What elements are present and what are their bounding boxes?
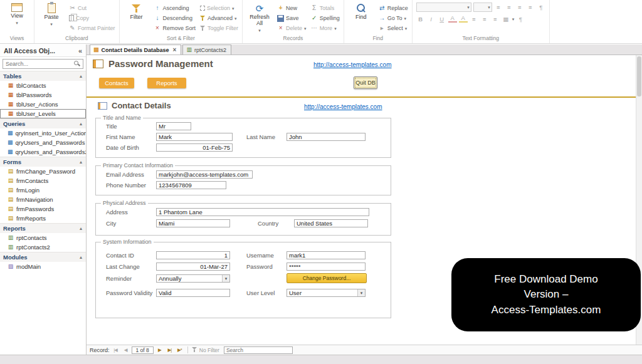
sidebar-section-tables[interactable]: Tables ▴: [0, 71, 86, 81]
scrollbar-thumb[interactable]: [637, 56, 641, 96]
close-icon[interactable]: ×: [173, 47, 177, 53]
first-name-field[interactable]: [156, 133, 233, 141]
format-painter-button[interactable]: ✎ Format Painter: [69, 24, 115, 33]
copy-button[interactable]: Copy: [69, 14, 115, 23]
numbered-list-icon[interactable]: ≡: [505, 3, 513, 11]
advanced-filter-button[interactable]: Advanced ▾: [200, 14, 238, 23]
sidebar-item-qryInsert_into_User_Actions[interactable]: ▩ qryInsert_into_User_Actions: [0, 128, 86, 138]
replace-button[interactable]: ⇄ Replace: [379, 4, 408, 13]
change-password-button[interactable]: Change Password...: [287, 273, 367, 283]
date-of-birth-field[interactable]: [156, 143, 233, 152]
align-left-icon[interactable]: ≡: [470, 14, 478, 23]
sidebar-item-tblUser_Levels[interactable]: ▦ tblUser_Levels: [0, 109, 86, 118]
remove-sort-button[interactable]: × Remove Sort: [154, 24, 196, 33]
go-to-button[interactable]: → Go To ▾: [379, 14, 408, 23]
chevron-down-icon[interactable]: ▾: [222, 275, 229, 282]
quit-db-button[interactable]: Quit DB: [354, 76, 377, 89]
sidebar-item-modMain[interactable]: ▨ modMain: [0, 262, 86, 271]
email-field[interactable]: [156, 170, 253, 179]
select-button[interactable]: ▸ Select ▾: [379, 24, 408, 33]
sidebar-item-rptContacts[interactable]: ▥ rptContacts: [0, 233, 86, 242]
font-color-icon[interactable]: A: [448, 15, 457, 23]
address-field[interactable]: [156, 208, 369, 216]
sidebar-item-qryUsers_and_Passwords2[interactable]: ▩ qryUsers_and_Passwords2: [0, 147, 86, 157]
sidebar-section-modules[interactable]: Modules ▴: [0, 252, 86, 262]
collapse-pane-icon[interactable]: «: [78, 47, 82, 55]
chevron-down-icon[interactable]: ▾: [357, 289, 365, 296]
totals-button[interactable]: Σ Totals: [311, 4, 340, 13]
navigation-pane-header[interactable]: All Access Obj... «: [0, 44, 86, 57]
reminder-select[interactable]: Annually ▾: [156, 274, 230, 283]
header-website-link[interactable]: http://access-templates.com: [313, 61, 392, 68]
phone-field[interactable]: [156, 181, 226, 189]
last-name-field[interactable]: [287, 133, 366, 141]
sidebar-item-tblPasswords[interactable]: ▦ tblPasswords: [0, 90, 86, 100]
bullet-list-icon[interactable]: ≡: [494, 3, 503, 11]
ascending-button[interactable]: ↑ Ascending: [154, 4, 196, 13]
descending-button[interactable]: ↓ Descending: [154, 14, 196, 23]
increase-indent-icon[interactable]: ≡: [526, 3, 535, 11]
previous-record-button[interactable]: ◀: [122, 346, 130, 354]
sidebar-item-frmNavigation[interactable]: ▤ frmNavigation: [0, 195, 86, 204]
sidebar-section-queries[interactable]: Queries ▴: [0, 118, 86, 128]
font-size-combobox[interactable]: ▾: [473, 3, 492, 12]
first-record-button[interactable]: |◀: [112, 346, 120, 354]
selection-button[interactable]: Selection ▾: [200, 4, 238, 13]
last-record-button[interactable]: ▶|: [166, 346, 174, 354]
text-direction-icon[interactable]: ¶: [537, 3, 545, 11]
sidebar-item-tblContacts[interactable]: ▦ tblContacts: [0, 81, 86, 90]
no-filter-toggle[interactable]: No Filter: [192, 347, 219, 353]
align-center-icon[interactable]: ≡: [480, 14, 489, 23]
italic-icon[interactable]: I: [427, 14, 436, 23]
navigation-search-input[interactable]: [6, 61, 68, 67]
align-right-icon[interactable]: ≡: [491, 14, 500, 23]
sidebar-item-rptContacts2[interactable]: ▥ rptContacts2: [0, 242, 86, 252]
reports-button[interactable]: Reports: [147, 78, 186, 88]
sidebar-item-frmReports[interactable]: ▤ frmReports: [0, 214, 86, 223]
details-website-link[interactable]: http://access-templates.com: [304, 103, 382, 110]
paste-button[interactable]: Paste ▾: [38, 1, 65, 26]
underline-icon[interactable]: U: [438, 14, 446, 23]
spelling-button[interactable]: ✓ Spelling: [311, 14, 340, 23]
tab-rptcontacts2[interactable]: ▥ rptContacts2: [182, 44, 231, 55]
contacts-button[interactable]: Contacts: [99, 78, 134, 88]
record-search-input[interactable]: [224, 346, 293, 354]
new-blank-record-button[interactable]: ▶*: [176, 346, 184, 354]
tab-contact-details-database[interactable]: ▤ Contact Details Database ×: [90, 44, 181, 55]
toggle-filter-button[interactable]: Toggle Filter: [200, 24, 238, 33]
sidebar-item-frmChange_Password[interactable]: ▤ frmChange_Password: [0, 167, 86, 176]
password-field[interactable]: [287, 263, 366, 271]
last-change-field[interactable]: [156, 263, 230, 271]
save-record-button[interactable]: Save: [277, 14, 307, 23]
title-field[interactable]: [156, 122, 191, 130]
sidebar-item-qryUsers_and_Passwords[interactable]: ▩ qryUsers_and_Passwords: [0, 138, 86, 147]
sidebar-section-forms[interactable]: Forms ▴: [0, 157, 86, 167]
font-name-combobox[interactable]: ▾: [416, 3, 471, 12]
sidebar-section-reports[interactable]: Reports ▴: [0, 223, 86, 233]
next-record-button[interactable]: ▶: [155, 346, 164, 354]
delete-record-button[interactable]: × Delete ▾: [277, 24, 307, 33]
bold-icon[interactable]: B: [416, 14, 425, 23]
password-validity-field[interactable]: [156, 289, 230, 297]
find-button[interactable]: Find: [348, 1, 374, 21]
paragraph-marks-icon[interactable]: ¶: [516, 14, 525, 23]
contact-id-field[interactable]: [156, 251, 230, 259]
sidebar-item-tblUser_Actions[interactable]: ▦ tblUser_Actions: [0, 100, 86, 109]
sidebar-item-frmContacts[interactable]: ▤ frmContacts: [0, 176, 86, 185]
cut-button[interactable]: ✂ Cut: [69, 4, 115, 13]
highlight-color-icon[interactable]: A: [459, 15, 468, 23]
sidebar-item-frmPasswords[interactable]: ▤ frmPasswords: [0, 204, 86, 214]
navigation-search-box[interactable]: [3, 59, 83, 69]
country-field[interactable]: [294, 219, 368, 227]
city-field[interactable]: [156, 219, 230, 227]
filter-button[interactable]: Filter: [124, 1, 150, 21]
username-field[interactable]: [287, 251, 366, 259]
view-button[interactable]: View ▾: [4, 1, 30, 25]
more-button[interactable]: ⋯ More ▾: [311, 24, 340, 33]
gridlines-icon[interactable]: ▦: [502, 14, 510, 23]
new-record-button[interactable]: + New: [277, 4, 307, 13]
user-level-select[interactable]: User ▾: [287, 289, 366, 297]
sidebar-item-frmLogin[interactable]: ▤ frmLogin: [0, 185, 86, 195]
refresh-all-button[interactable]: ⟳ Refresh All ▾: [246, 1, 273, 33]
decrease-indent-icon[interactable]: ≡: [515, 3, 524, 11]
